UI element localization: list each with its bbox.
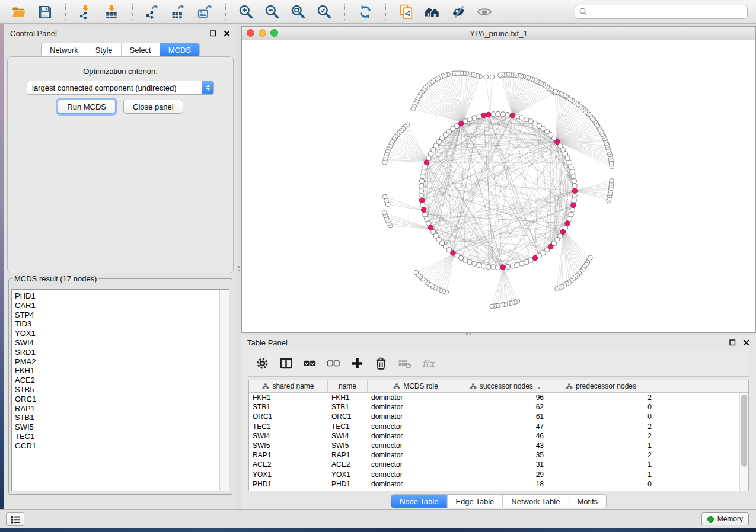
table-scrollbar[interactable]	[739, 393, 748, 491]
tab-mcds[interactable]: MCDS	[160, 43, 199, 56]
export-table-button[interactable]	[166, 1, 192, 23]
import-table-button[interactable]	[99, 1, 125, 23]
horizontal-splitter-handle[interactable]	[466, 333, 471, 335]
close-table-panel-icon[interactable]	[742, 338, 750, 347]
show-columns-button[interactable]	[279, 357, 293, 370]
zoom-fit-button[interactable]	[285, 1, 311, 23]
table-panel: Table Panel f(x) shared namenameMCDS rol…	[241, 335, 756, 509]
table-tab-node-table[interactable]: Node Table	[391, 495, 447, 508]
close-panel-button[interactable]: Close panel	[123, 100, 183, 114]
deselect-all-button[interactable]	[327, 357, 340, 370]
mcds-result-item[interactable]: FKH1	[15, 366, 220, 376]
column-header-successor-nodes[interactable]: successor nodes⌄	[464, 380, 547, 392]
refresh-view-button[interactable]	[352, 1, 378, 23]
close-panel-icon[interactable]	[222, 29, 231, 37]
table-tab-edge-table[interactable]: Edge Table	[446, 495, 502, 508]
mcds-result-item[interactable]: STB5	[15, 385, 220, 395]
mcds-result-item[interactable]: GCR1	[15, 441, 220, 451]
table-row[interactable]: FKH1FKH1dominator962	[249, 393, 748, 402]
table-cell: 2	[547, 451, 655, 459]
zoom-selected-button[interactable]	[311, 1, 337, 23]
tab-network[interactable]: Network	[42, 43, 87, 56]
mcds-result-item[interactable]: SWI5	[15, 422, 220, 432]
minimize-window-icon[interactable]	[259, 29, 266, 37]
delete-row-button[interactable]	[374, 357, 388, 370]
table-row[interactable]: RAP1RAP1dominator352	[249, 450, 748, 460]
table-row[interactable]: PHD1PHD1dominator180	[249, 479, 748, 489]
zoom-window-icon[interactable]	[270, 29, 278, 37]
vertical-splitter-handle[interactable]	[238, 266, 240, 271]
new-network-from-selection-button[interactable]	[393, 1, 419, 23]
mcds-result-item[interactable]: TEC1	[15, 432, 220, 441]
table-cell: 47	[464, 422, 547, 431]
first-neighbors-button[interactable]	[419, 1, 445, 23]
table-row[interactable]: ACE2ACE2connector311	[249, 460, 748, 469]
mcds-result-item[interactable]: TID3	[15, 319, 220, 329]
mcds-result-item[interactable]: PMA2	[15, 357, 220, 367]
column-header-predecessor-nodes[interactable]: predecessor nodes	[547, 380, 655, 392]
close-window-icon[interactable]	[247, 29, 254, 37]
mcds-result-scrollbar[interactable]	[219, 290, 229, 491]
mcds-result-item[interactable]: SWI4	[15, 338, 220, 348]
export-network-icon	[145, 4, 161, 20]
zoom-out-button[interactable]	[259, 1, 285, 23]
table-row[interactable]: STB1STB1dominator620	[249, 402, 748, 412]
mcds-result-item[interactable]: RAP1	[15, 404, 220, 414]
mcds-result-item[interactable]: STB1	[15, 413, 220, 422]
export-network-button[interactable]	[140, 1, 166, 23]
float-table-panel-icon[interactable]	[728, 338, 736, 347]
apply-function-button[interactable]: f(x)	[422, 357, 435, 370]
mcds-result-item[interactable]: CAR1	[15, 301, 220, 310]
network-canvas[interactable]	[242, 40, 755, 332]
import-network-button[interactable]	[73, 1, 99, 23]
search-box[interactable]	[575, 5, 748, 19]
select-all-button[interactable]	[303, 357, 317, 370]
column-header-name[interactable]: name	[328, 380, 368, 392]
mcds-result-item[interactable]: STP4	[15, 310, 220, 320]
table-cell: 2	[547, 393, 655, 402]
table-tab-network-table[interactable]: Network Table	[502, 495, 568, 508]
mcds-result-item[interactable]: PHD1	[15, 291, 220, 301]
table-row[interactable]: ORC1ORC1dominator610	[249, 412, 748, 421]
column-header-shared-name[interactable]: shared name	[249, 380, 328, 392]
run-mcds-button[interactable]: Run MCDS	[58, 100, 116, 114]
save-session-button[interactable]	[32, 1, 58, 23]
hide-selected-button[interactable]	[445, 1, 471, 23]
optimization-criterion-select[interactable]: largest connected component (undirected)	[27, 81, 214, 95]
float-panel-icon[interactable]	[209, 29, 217, 37]
tab-select[interactable]: Select	[121, 43, 160, 56]
table-scrollbar-thumb[interactable]	[741, 395, 747, 467]
mcds-result-item[interactable]: YOX1	[15, 329, 220, 338]
network-window-titlebar[interactable]: YPA_prune.txt_1	[242, 27, 755, 40]
mcds-result-list[interactable]: PHD1CAR1STP4TID3YOX1SWI4SRD1PMA2FKH1ACE2…	[12, 290, 220, 491]
zoom-fit-icon	[291, 4, 306, 20]
panel-menu-button[interactable]	[6, 512, 24, 526]
column-header-MCDS-role[interactable]: MCDS role	[368, 380, 464, 392]
show-all-button[interactable]	[471, 1, 497, 23]
export-image-button[interactable]	[192, 1, 218, 23]
table-tab-motifs[interactable]: Motifs	[568, 495, 606, 508]
table-row[interactable]: SWI5SWI5connector431	[249, 441, 748, 450]
memory-button[interactable]: Memory	[701, 512, 749, 525]
open-file-button[interactable]	[6, 1, 32, 23]
zoom-in-button[interactable]	[233, 1, 259, 23]
apply-function-icon: f(x)	[422, 357, 435, 370]
network-graph[interactable]	[242, 40, 755, 332]
table-panel-titlebar: Table Panel	[241, 335, 756, 350]
clear-table-button[interactable]	[398, 357, 412, 370]
add-row-button[interactable]	[350, 357, 364, 370]
table-row[interactable]: SWI4SWI4dominator462	[249, 431, 748, 441]
table-cell: dominator	[368, 412, 464, 421]
table-row[interactable]: TEC1TEC1connector472	[249, 422, 748, 431]
mcds-result-item[interactable]: ORC1	[15, 395, 220, 404]
mcds-result-item[interactable]: ACE2	[15, 376, 220, 385]
node-table-body: FKH1FKH1dominator962STB1STB1dominator620…	[249, 393, 748, 489]
table-row[interactable]: YOX1YOX1connector291	[249, 470, 748, 479]
tab-style[interactable]: Style	[87, 43, 121, 56]
search-input[interactable]	[590, 7, 744, 17]
add-row-icon	[350, 357, 364, 370]
window-traffic-lights	[247, 29, 278, 37]
table-settings-button[interactable]	[256, 357, 269, 370]
table-cell: 35	[464, 451, 547, 459]
mcds-result-item[interactable]: SRD1	[15, 348, 220, 357]
